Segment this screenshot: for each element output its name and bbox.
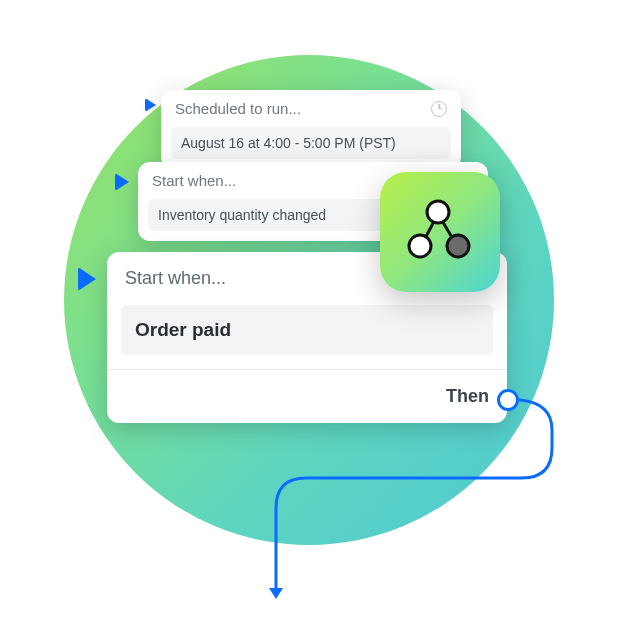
output-port[interactable] (497, 389, 519, 411)
clock-icon (431, 101, 447, 117)
card-header-text: Start when... (125, 268, 226, 289)
svg-point-4 (447, 235, 469, 257)
node-graph-icon (400, 192, 480, 272)
card-body-text: August 16 at 4:00 - 5:00 PM (PST) (181, 135, 396, 151)
svg-point-2 (427, 201, 449, 223)
svg-point-3 (409, 235, 431, 257)
workflow-card-scheduled[interactable]: Scheduled to run... August 16 at 4:00 - … (161, 90, 461, 169)
card-body: Order paid (121, 305, 493, 355)
card-body: August 16 at 4:00 - 5:00 PM (PST) (171, 127, 451, 159)
arrow-down-icon (269, 588, 283, 599)
play-icon (78, 267, 96, 291)
play-icon (145, 98, 156, 112)
card-header: Scheduled to run... (161, 90, 461, 127)
card-header-text: Scheduled to run... (175, 100, 301, 117)
card-body-text: Inventory quantity changed (158, 207, 326, 223)
play-icon (115, 173, 129, 191)
card-header-text: Start when... (152, 172, 236, 189)
then-label: Then (446, 386, 489, 406)
card-footer: Then (107, 369, 507, 423)
card-body-text: Order paid (135, 319, 231, 340)
workflow-app-icon (380, 172, 500, 292)
